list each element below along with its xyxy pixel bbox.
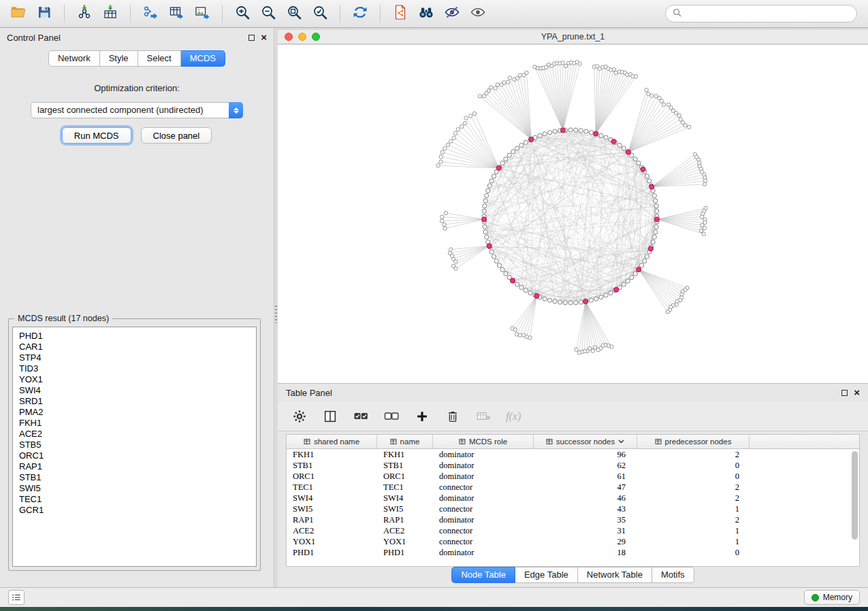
column-header-predecessor-nodes[interactable]: predecessor nodes [637,435,750,449]
mcds-result-item[interactable]: YOX1 [19,374,250,385]
tab-network-table[interactable]: Network Table [578,567,652,583]
mcds-result-item[interactable]: STP4 [19,352,250,363]
table-row[interactable]: STB1STB1dominator620 [287,460,859,471]
delete-column-button[interactable] [445,408,461,425]
save-session-button[interactable] [33,3,56,24]
mcds-result-item[interactable]: ORC1 [19,450,250,461]
column-header-shared-name[interactable]: shared name [287,435,377,449]
import-table-button[interactable] [99,3,122,24]
table-cell: SWI5 [287,503,377,514]
run-mcds-button[interactable]: Run MCDS [62,127,131,144]
export-network-button[interactable] [139,3,162,24]
select-all-button[interactable] [353,408,369,425]
table-cell: 2 [637,514,750,525]
mcds-result-item[interactable]: PMA2 [19,407,250,418]
main-toolbar [0,0,868,28]
criterion-dropdown[interactable]: largest connected component (undirected) [31,102,243,118]
table-row[interactable]: RAP1RAP1dominator352 [287,514,859,525]
mcds-result-item[interactable]: STB1 [19,472,250,483]
export-table-button[interactable] [165,3,188,24]
memory-status-icon [811,594,819,601]
mcds-result-item[interactable]: RAP1 [19,461,250,472]
table-cell: 2 [637,482,750,493]
import-network-button[interactable] [73,3,96,24]
network-window-titlebar[interactable]: YPA_prune.txt_1 [278,30,868,44]
tab-style[interactable]: Style [100,50,138,67]
tab-motifs[interactable]: Motifs [652,567,694,583]
tab-mcds[interactable]: MCDS [181,50,225,67]
mcds-result-item[interactable]: STB5 [19,440,250,450]
table-cell: RAP1 [287,514,377,525]
column-grid-icon [390,438,397,445]
mcds-result-item[interactable]: PHD1 [19,331,250,342]
show-graphics-details-button[interactable] [466,3,489,24]
table-row[interactable]: ACE2ACE2connector311 [287,525,859,536]
refresh-view-button[interactable] [349,3,372,24]
search-icon [673,7,681,20]
table-row[interactable]: FKH1FKH1dominator962 [287,449,859,460]
table-row[interactable]: TEC1TEC1connector472 [287,482,859,493]
table-scrollbar-thumb[interactable] [852,451,858,540]
table-row[interactable]: SWI5SWI5connector431 [287,503,859,514]
table-cell: 29 [534,536,637,547]
mcds-result-list[interactable]: PHD1CAR1STP4TID3YOX1SWI4SRD1PMA2FKH1ACE2… [12,327,257,567]
table-row[interactable]: YOX1YOX1connector291 [287,536,859,547]
close-panel-button[interactable]: Close panel [141,127,212,144]
table-cell: RAP1 [377,514,433,525]
table-cell: connector [433,503,534,514]
tab-edge-table[interactable]: Edge Table [515,567,578,583]
close-table-panel-icon[interactable]: × [854,389,860,396]
zoom-selected-button[interactable] [308,3,332,24]
desktop-background-strip [0,607,868,611]
table-settings-button[interactable] [291,408,308,425]
mcds-result-item[interactable]: TID3 [19,363,250,374]
export-document-button[interactable] [389,3,412,24]
float-table-panel-icon[interactable] [841,390,848,396]
add-column-button[interactable] [414,408,430,425]
deselect-all-button[interactable] [383,408,400,425]
memory-button[interactable]: Memory [804,590,860,605]
hide-graphics-details-button[interactable] [440,3,464,24]
floppy-disk-icon [36,4,52,23]
tab-network[interactable]: Network [48,50,100,67]
import-table-icon [102,4,118,23]
mcds-result-item[interactable]: FKH1 [19,418,250,429]
toolbar-separator [222,5,223,22]
column-header-successor-nodes[interactable]: successor nodes [534,435,637,449]
mcds-result-item[interactable]: GCR1 [19,505,250,516]
table-row[interactable]: ORC1ORC1dominator610 [287,471,859,482]
column-header-name[interactable]: name [377,435,433,449]
toolbar-separator [130,5,131,22]
network-nodes[interactable] [436,61,708,354]
mcds-result-item[interactable]: SRD1 [19,396,250,407]
search-input[interactable] [686,9,850,18]
zoom-out-button[interactable] [257,3,280,24]
mcds-result-item[interactable]: SWI4 [19,385,250,396]
table-panel-tabs: Node Table Edge Table Network Table Moti… [278,567,868,583]
close-panel-icon[interactable]: × [261,34,267,41]
status-menu-button[interactable] [8,590,25,605]
function-builder-button-disabled: f(x) [506,410,521,423]
search-network-button[interactable] [415,3,438,24]
column-header-mcds-role[interactable]: MCDS role [433,435,534,449]
eye-slash-icon [444,4,460,23]
table-row[interactable]: PHD1PHD1dominator180 [287,547,859,558]
show-column-button[interactable] [322,408,338,425]
mcds-result-item[interactable]: SWI5 [19,483,250,494]
tab-select[interactable]: Select [138,50,181,67]
tab-node-table[interactable]: Node Table [451,567,515,583]
import-network-icon [76,4,93,23]
export-image-button[interactable] [191,3,214,24]
mcds-result-item[interactable]: TEC1 [19,494,250,505]
mcds-result-item[interactable]: CAR1 [19,342,250,352]
zoom-in-button[interactable] [231,3,254,24]
table-cell: 47 [534,482,637,493]
zoom-fit-button[interactable] [283,3,306,24]
table-cell: ORC1 [377,471,433,482]
toolbar-separator [340,5,340,22]
float-panel-icon[interactable] [248,35,255,41]
table-row[interactable]: SWI4SWI4dominator462 [287,493,859,503]
open-file-button[interactable] [7,3,30,24]
network-canvas[interactable] [278,45,868,383]
mcds-result-item[interactable]: ACE2 [19,429,250,440]
